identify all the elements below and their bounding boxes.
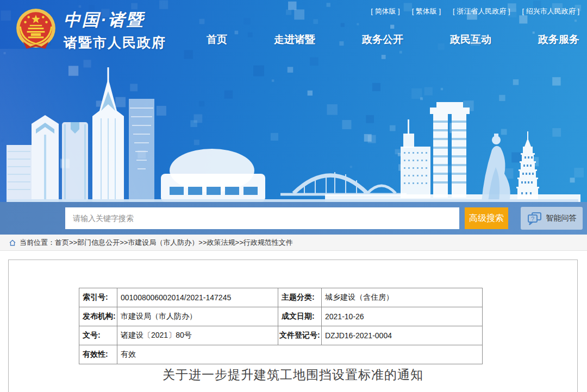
nav-home[interactable]: 首页 [207,33,227,47]
svg-text:?: ? [530,215,534,222]
home-icon [9,239,16,246]
field-label-reg-no: 文件登记号: [278,326,322,345]
hero-section: 中国·诸暨 诸暨市人民政府 [ 简体版 ] [ 繁体版 ] [ 浙江省人民政府 … [0,0,587,235]
smart-qa-button[interactable]: ? 智能问答 [521,207,583,230]
top-link-zhejiang-gov[interactable]: [ 浙江省人民政府 ] [453,7,510,16]
chat-question-icon: ? [527,212,542,225]
field-value-date: 2021-10-26 [322,307,483,326]
search-bar-section: 高级搜索 ? 智能问答 [0,202,587,235]
field-value-validity: 有效 [117,345,483,364]
top-link-traditional[interactable]: [ 繁体版 ] [412,7,441,16]
smart-qa-label: 智能问答 [546,213,577,223]
top-links: [ 简体版 ] [ 繁体版 ] [ 浙江省人民政府 ] [ 绍兴市人民政府 ] [371,7,579,16]
document-meta-table: 索引号: 001008006002014/2021-147245 主题分类: 城… [79,288,483,364]
breadcrumb-prefix: 当前位置： [20,238,55,248]
table-row: 有效性: 有效 [79,345,483,364]
city-skyline-illustration [0,59,587,202]
logo-text: 中国·诸暨 诸暨市人民政府 [64,9,166,52]
national-emblem-icon [14,8,58,52]
logo-site-name: 诸暨市人民政府 [64,34,166,52]
field-value-reg-no: DZJD16-2021-0004 [322,326,483,345]
field-label-doc-no: 文号: [79,326,117,345]
nav-gov-services[interactable]: 政务服务 [538,33,579,47]
top-link-simplified[interactable]: [ 简体版 ] [371,7,399,16]
breadcrumb: 当前位置： 首页>>部门信息公开>>市建设局（市人防办）>>政策法规>>行政规范… [0,235,587,251]
field-label-validity: 有效性: [79,345,117,364]
field-label-index-no: 索引号: [79,288,117,307]
search-input[interactable] [65,207,459,229]
field-value-topic: 城乡建设（含住房） [322,288,483,307]
breadcrumb-path[interactable]: 首页>>部门信息公开>>市建设局（市人防办）>>政策法规>>行政规范性文件 [55,238,293,248]
nav-public-interaction[interactable]: 政民互动 [450,33,491,47]
logo-brand: 中国·诸暨 [64,9,166,31]
field-value-doc-no: 诸建设〔2021〕80号 [117,326,278,345]
field-label-topic: 主题分类: [278,288,322,307]
field-value-index-no: 001008006002014/2021-147245 [117,288,278,307]
field-label-issuer: 发布机构: [79,307,117,326]
table-row: 文号: 诸建设〔2021〕80号 文件登记号: DZJD16-2021-0004 [79,326,483,345]
top-link-shaoxing-gov[interactable]: [ 绍兴市人民政府 ] [522,7,579,16]
table-row: 索引号: 001008006002014/2021-147245 主题分类: 城… [79,288,483,307]
nav-about-zhuji[interactable]: 走进诸暨 [274,33,315,47]
nav-gov-disclosure[interactable]: 政务公开 [362,33,403,47]
main-nav: 首页 走进诸暨 政务公开 政民互动 政务服务 [207,33,579,47]
table-row: 发布机构: 市建设局（市人防办） 成文日期: 2021-10-26 [79,307,483,326]
document-title: 关于进一步提升建筑工地围挡设置标准的通知 [9,366,577,383]
site-logo[interactable]: 中国·诸暨 诸暨市人民政府 [14,8,166,52]
advanced-search-button[interactable]: 高级搜索 [465,207,508,229]
document-card: 索引号: 001008006002014/2021-147245 主题分类: 城… [8,260,578,392]
field-label-date: 成文日期: [278,307,322,326]
field-value-issuer: 市建设局（市人防办） [117,307,278,326]
